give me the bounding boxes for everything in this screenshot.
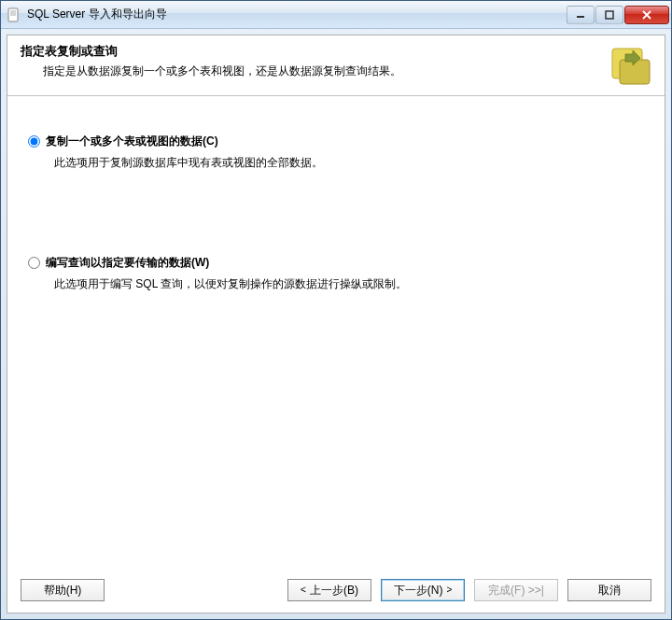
option-query-row[interactable]: 编写查询以指定要传输的数据(W) — [28, 255, 644, 271]
wizard-window: SQL Server 导入和导出向导 指定表复制或查询 指定是从数据源复制一个或… — [0, 0, 672, 620]
help-button[interactable]: 帮助(H) — [21, 579, 105, 601]
close-button[interactable] — [624, 6, 669, 24]
header-text: 指定表复制或查询 指定是从数据源复制一个或多个表和视图，还是从数据源复制查询结果… — [21, 43, 597, 79]
page-title: 指定表复制或查询 — [21, 43, 597, 60]
radio-copy-tables[interactable] — [28, 135, 40, 148]
svg-rect-5 — [606, 11, 613, 19]
minimize-button[interactable] — [567, 6, 595, 24]
option-query-description: 此选项用于编写 SQL 查询，以便对复制操作的源数据进行操纵或限制。 — [28, 276, 644, 292]
option-copy-row[interactable]: 复制一个或多个表或视图的数据(C) — [28, 134, 644, 149]
window-controls — [567, 6, 669, 24]
chevron-left-icon: < — [301, 585, 306, 595]
next-button-label: 下一步(N) — [394, 583, 443, 599]
maximize-button[interactable] — [595, 6, 623, 24]
titlebar: SQL Server 导入和导出向导 — [1, 1, 671, 29]
option-copy-description: 此选项用于复制源数据库中现有表或视图的全部数据。 — [28, 155, 644, 171]
radio-write-query[interactable] — [28, 257, 40, 269]
wizard-header: 指定表复制或查询 指定是从数据源复制一个或多个表和视图，还是从数据源复制查询结果… — [7, 35, 665, 96]
next-button[interactable]: 下一步(N) > — [381, 579, 465, 601]
finish-button[interactable]: 完成(F) >>| — [474, 579, 558, 601]
option-copy-tables: 复制一个或多个表或视图的数据(C) 此选项用于复制源数据库中现有表或视图的全部数… — [28, 134, 644, 171]
option-copy-label: 复制一个或多个表或视图的数据(C) — [46, 134, 218, 149]
app-icon — [7, 7, 21, 22]
option-write-query: 编写查询以指定要传输的数据(W) 此选项用于编写 SQL 查询，以便对复制操作的… — [28, 255, 644, 292]
wizard-footer: 帮助(H) < 上一步(B) 下一步(N) > 完成(F) >>| 取消 — [7, 570, 665, 613]
content: 指定表复制或查询 指定是从数据源复制一个或多个表和视图，还是从数据源复制查询结果… — [7, 35, 665, 613]
wizard-icon — [607, 43, 651, 88]
window-title: SQL Server 导入和导出向导 — [27, 7, 567, 22]
page-description: 指定是从数据源复制一个或多个表和视图，还是从数据源复制查询结果。 — [21, 63, 597, 79]
chevron-right-icon: > — [446, 585, 452, 595]
back-button[interactable]: < 上一步(B) — [287, 579, 371, 601]
option-query-label: 编写查询以指定要传输的数据(W) — [46, 255, 209, 271]
svg-rect-4 — [577, 16, 584, 18]
wizard-body: 复制一个或多个表或视图的数据(C) 此选项用于复制源数据库中现有表或视图的全部数… — [7, 96, 665, 570]
back-button-label: 上一步(B) — [310, 583, 358, 599]
cancel-button[interactable]: 取消 — [567, 579, 651, 601]
